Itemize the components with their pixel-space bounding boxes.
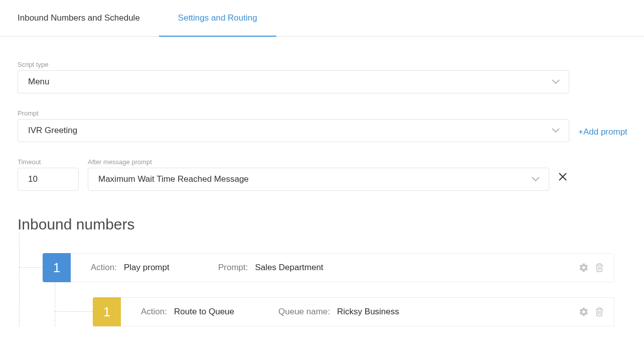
- node-param-value: Ricksy Business: [337, 307, 399, 317]
- label-after-msg: After message prompt: [88, 158, 549, 166]
- select-after-msg[interactable]: Maximum Wait Time Reached Message: [88, 168, 549, 191]
- node-box[interactable]: 1 Action: Play prompt Prompt: Sales Depa…: [43, 253, 614, 282]
- gear-icon: [579, 307, 589, 317]
- tree-connector: [55, 311, 93, 312]
- row-timeout-aftermsg: Timeout After message prompt Maximum Wai…: [18, 158, 614, 191]
- gear-icon: [579, 263, 589, 273]
- clear-after-msg-button[interactable]: [558, 168, 567, 191]
- node-content: Action: Play prompt Prompt: Sales Depart…: [71, 254, 579, 282]
- node-action-label: Action:: [91, 263, 117, 273]
- label-prompt: Prompt: [18, 109, 569, 117]
- routing-tree: 1 Action: Play prompt Prompt: Sales Depa…: [18, 253, 614, 326]
- add-prompt-link[interactable]: +Add prompt: [578, 127, 627, 142]
- field-script-type: Script type Menu: [18, 61, 614, 93]
- tab-settings-routing[interactable]: Settings and Routing: [178, 0, 276, 36]
- tree-connector: [19, 267, 43, 268]
- label-script-type: Script type: [18, 61, 614, 68]
- row-prompt: Prompt IVR Greeting +Add prompt: [18, 109, 614, 142]
- section-title-inbound: Inbound numbers: [18, 216, 614, 233]
- tree-node-1-1: 1 Action: Route to Queue Queue name: Ric…: [93, 297, 614, 326]
- node-param-value: Sales Department: [255, 263, 324, 273]
- select-prompt-value: IVR Greeting: [28, 126, 77, 136]
- node-badge: 1: [43, 253, 71, 282]
- node-content: Action: Route to Queue Queue name: Ricks…: [121, 298, 579, 326]
- node-param-label: Prompt:: [218, 263, 248, 273]
- content-area: Script type Menu Prompt IVR Greeting +Ad…: [0, 37, 632, 353]
- chevron-down-icon: [552, 79, 560, 84]
- select-prompt[interactable]: IVR Greeting: [18, 119, 569, 142]
- node-delete-button[interactable]: [595, 307, 604, 317]
- node-action-label: Action:: [141, 307, 167, 317]
- node-settings-button[interactable]: [579, 307, 589, 317]
- node-settings-button[interactable]: [579, 263, 589, 273]
- select-after-msg-value: Maximum Wait Time Reached Message: [98, 174, 249, 184]
- chevron-down-icon: [532, 177, 540, 182]
- chevron-down-icon: [552, 128, 560, 133]
- select-script-type[interactable]: Menu: [18, 70, 569, 93]
- node-badge: 1: [93, 297, 121, 326]
- tab-inbound-numbers[interactable]: Inbound Numbers and Schedule: [18, 0, 159, 36]
- input-timeout[interactable]: [18, 168, 79, 191]
- label-timeout: Timeout: [18, 158, 79, 166]
- select-script-type-value: Menu: [28, 77, 50, 87]
- node-box[interactable]: 1 Action: Route to Queue Queue name: Ric…: [93, 297, 614, 326]
- node-param-label: Queue name:: [278, 307, 330, 317]
- node-action-value: Play prompt: [124, 263, 170, 273]
- tree-node-1: 1 Action: Play prompt Prompt: Sales Depa…: [43, 253, 614, 326]
- tabs-bar: Inbound Numbers and Schedule Settings an…: [0, 0, 644, 37]
- trash-icon: [595, 307, 604, 317]
- node-delete-button[interactable]: [595, 263, 604, 273]
- close-icon: [558, 172, 567, 181]
- node-action-value: Route to Queue: [174, 307, 234, 317]
- trash-icon: [595, 263, 604, 273]
